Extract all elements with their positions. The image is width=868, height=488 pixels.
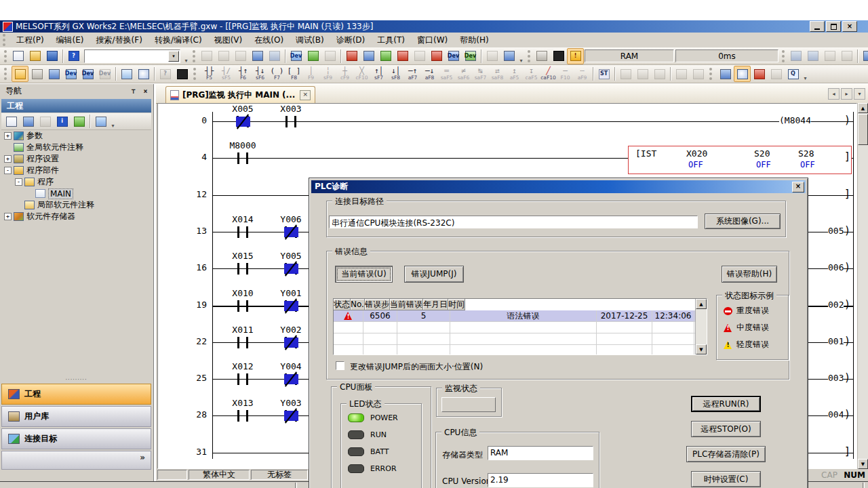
entry-monitor-icon[interactable] [804,48,821,64]
tree-expander-icon[interactable]: + [4,155,12,163]
device-list-icon[interactable]: Dev [79,66,96,82]
window-cascade-icon[interactable] [484,48,500,64]
monitor-start-icon[interactable] [377,48,394,64]
sort-filter-icon[interactable] [92,113,109,129]
error-table-header[interactable]: 状态 [334,299,351,310]
properties-icon[interactable]: i [54,113,71,129]
menu-item[interactable]: 诊断(D) [330,33,372,48]
list-view-icon[interactable] [45,66,62,82]
device-read-icon[interactable] [304,48,321,64]
menu-item[interactable]: 搜索/替换(F) [90,33,149,48]
nav-button-user-library[interactable]: 用户库 [1,406,151,427]
ladder-symbol-sF8-button[interactable]: ↓│sF8 [387,66,404,82]
monitor-stop-icon[interactable] [394,48,411,64]
select-mode-icon[interactable] [533,48,550,64]
scrollbar-thumb[interactable] [858,114,868,145]
tree-item[interactable]: + 参数 [1,130,151,142]
ladder-symbol-saF5-button[interactable]: ═saF5 [438,66,455,82]
nav-button-project[interactable]: 工程 [1,384,151,405]
toolbar-combobox[interactable]: ▾ [84,49,180,63]
toolbar-overflow-icon[interactable]: ▾ [109,114,117,129]
read-from-plc-icon[interactable] [360,48,377,64]
tree-item[interactable]: 局部软元件注释 [1,199,151,211]
scroll-down-icon[interactable]: ▼ [858,459,868,469]
line-insert-icon[interactable] [673,66,690,82]
table-scroll-up-icon[interactable]: ▲ [696,299,707,309]
plc-memory-clear-button[interactable]: PLC存储器清除(P) [686,446,766,462]
line-delete-icon[interactable] [690,66,707,82]
dialog-close-icon[interactable]: × [792,182,804,192]
tree-item[interactable]: - 程序部件 [1,165,151,176]
nav-button-connection-destination[interactable]: 连接目标 [1,428,151,449]
cut-icon[interactable] [198,48,215,64]
error-table-row[interactable]: 6506 5 语法错误 2017-12-25 12:34:06 [334,310,707,322]
paste-item-icon[interactable] [37,113,54,129]
scroll-up-icon[interactable]: ▲ [858,103,868,113]
menu-item[interactable]: 窗口(W) [411,33,454,48]
watch-window-icon[interactable] [135,66,152,82]
redo-icon[interactable] [266,48,283,64]
device-verify-icon[interactable] [321,48,338,64]
copy-item-icon[interactable] [20,113,37,129]
error-help-button[interactable]: 错误帮助(H) [722,266,777,283]
error-jump-button[interactable]: 错误JUMP(J) [404,266,464,283]
menu-item[interactable]: 视图(V) [208,33,249,48]
menu-item[interactable]: 编辑(E) [50,33,90,48]
read-mode-icon[interactable] [734,66,751,82]
new-file-icon[interactable] [9,48,26,64]
pin-icon[interactable]: ⊤ [128,87,138,96]
stop-monitor-icon[interactable] [550,48,567,64]
buffer-monitor-icon[interactable] [821,48,838,64]
tree-expander-icon[interactable]: - [15,178,22,186]
error-table-header[interactable]: 年月日 [423,299,448,310]
restore-button[interactable] [826,21,841,32]
close-button[interactable]: × [842,21,857,32]
menu-item[interactable]: 帮助(H) [454,33,494,48]
ladder-symbol-aF7-button[interactable]: ─↑aF7 [404,66,421,82]
toolbar-overflow-icon[interactable]: ▾ [182,49,190,64]
tab-scroll-left-icon[interactable]: ◂ [828,88,840,100]
ladder-symbol-saF6-button[interactable]: ≠saF6 [455,66,472,82]
dialog-titlebar[interactable]: PLC诊断 × [311,180,806,193]
help-icon[interactable]: ? [65,48,82,64]
open-folder-icon[interactable] [26,48,43,64]
toolbar-overflow-icon[interactable]: ▾ [802,66,809,81]
menu-item[interactable]: 转换/编译(C) [149,33,208,48]
resize-jump-checkbox[interactable] [336,361,344,370]
ladder-symbol-caF5-button[interactable]: ↧caF5 [523,66,540,82]
ladder-symbol-cF9-button[interactable]: ┼cF9 [336,66,353,82]
program-check-icon[interactable] [860,48,868,64]
vertical-scrollbar[interactable]: ▲ ▼ [857,103,868,469]
ladder-symbol-cF10-button[interactable]: ╳cF10 [353,66,370,82]
ladder-symbol-aF8-button[interactable]: ─↓aF8 [421,66,438,82]
ladder-symbol-aF5-button[interactable]: ↥aF5 [506,66,523,82]
copy-icon[interactable] [215,48,232,64]
nav-more-button[interactable]: » [1,451,151,470]
menu-item[interactable]: 工程(P) [10,33,50,48]
ladder-symbol-F7-button[interactable]: ( )F7 [269,66,285,82]
device-batch-monitor-icon[interactable]: Dev [445,48,462,64]
new-item-icon[interactable] [3,113,20,129]
tree-expander-icon[interactable]: + [4,132,12,140]
tree-item[interactable]: 全局软元件注释 [1,142,151,153]
ladder-symbol-sF6-button[interactable]: ┤↓sF6 [252,66,269,82]
remote-stop-button[interactable]: 远程STOP(O) [691,421,761,437]
minimize-button[interactable] [810,21,825,32]
ladder-symbol-F8-button[interactable]: [ ]F8 [285,66,302,82]
undo-icon[interactable] [249,48,266,64]
tree-expander-icon[interactable]: - [4,167,12,174]
error-table-header[interactable]: No. [351,299,365,310]
clock-setting-button[interactable]: 时钟设置(C) [691,471,761,487]
sampling-trace-icon[interactable] [838,48,855,64]
edit-mode-icon[interactable] [717,66,734,82]
watch-icon[interactable] [411,48,428,64]
toolbar-overflow-icon[interactable]: ▾ [517,49,525,64]
menu-item[interactable]: 调试(B) [290,33,330,48]
tree-item[interactable]: + 程序设置 [1,153,151,165]
close-panel-icon[interactable]: × [140,87,151,96]
ladder-symbol-saF7-button[interactable]: ↹saF7 [472,66,489,82]
ladder-symbol-F10-button[interactable]: ─F10 [557,66,574,82]
ladder-symbol-F6-button[interactable]: ┤↑F6 [235,66,252,82]
ladder-monitor-icon[interactable] [787,48,804,64]
ladder-symbol-F5-button[interactable]: ┤├F5 [201,66,218,82]
